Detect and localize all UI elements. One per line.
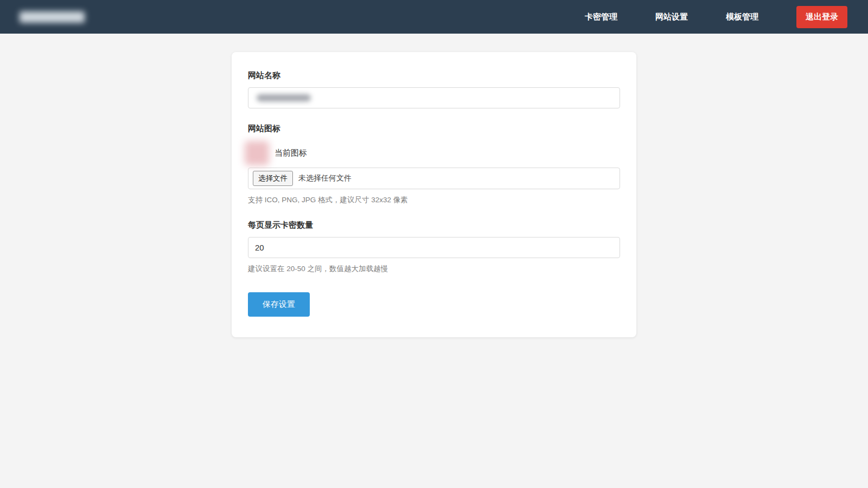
site-icon-group: 网站图标 当前图标 选择文件 未选择任何文件 支持 ICO, PNG, JPG … — [248, 124, 620, 205]
file-status-text: 未选择任何文件 — [298, 174, 352, 183]
logout-button[interactable]: 退出登录 — [796, 6, 847, 28]
current-icon-caption: 当前图标 — [275, 148, 307, 158]
top-navbar: 卡密管理 网站设置 模板管理 退出登录 — [0, 0, 868, 34]
site-logo-redacted — [20, 11, 85, 23]
current-icon-row: 当前图标 — [248, 139, 620, 166]
current-favicon-redacted — [245, 141, 269, 165]
per-page-hint: 建议设置在 20-50 之间，数值越大加载越慢 — [248, 264, 620, 274]
per-page-label: 每页显示卡密数量 — [248, 220, 620, 230]
icon-format-hint: 支持 ICO, PNG, JPG 格式，建议尺寸 32x32 像素 — [248, 195, 620, 205]
site-name-group: 网站名称 — [248, 70, 620, 108]
top-navigation: 卡密管理 网站设置 模板管理 退出登录 — [585, 6, 847, 28]
per-page-group: 每页显示卡密数量 建议设置在 20-50 之间，数值越大加载越慢 — [248, 220, 620, 274]
site-settings-card: 网站名称 网站图标 当前图标 选择文件 未选择任何文件 支持 ICO, PNG,… — [232, 52, 636, 337]
main-content: 网站名称 网站图标 当前图标 选择文件 未选择任何文件 支持 ICO, PNG,… — [0, 52, 868, 337]
icon-file-input[interactable]: 选择文件 未选择任何文件 — [248, 168, 620, 189]
nav-item-template-management[interactable]: 模板管理 — [726, 12, 758, 22]
site-name-input[interactable] — [248, 87, 620, 108]
per-page-input[interactable] — [248, 237, 620, 258]
choose-file-button[interactable]: 选择文件 — [253, 171, 293, 186]
nav-item-card-management[interactable]: 卡密管理 — [585, 12, 617, 22]
site-icon-label: 网站图标 — [248, 124, 620, 134]
nav-item-site-settings[interactable]: 网站设置 — [655, 12, 688, 22]
site-name-label: 网站名称 — [248, 70, 620, 81]
save-settings-button[interactable]: 保存设置 — [248, 292, 310, 317]
